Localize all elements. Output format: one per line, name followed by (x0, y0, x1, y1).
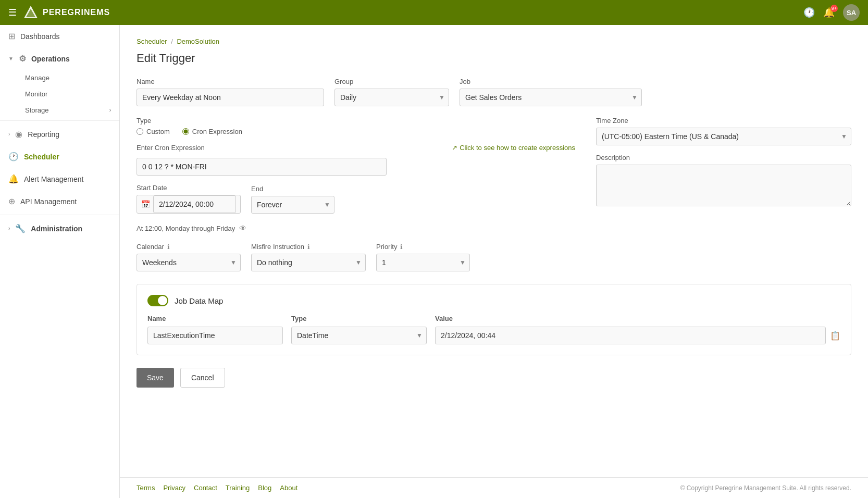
sidebar-item-api-management[interactable]: ⊕ API Management (0, 190, 119, 213)
calendar-info-icon[interactable]: ℹ (167, 243, 170, 251)
jdm-value-wrap: 📋 (435, 327, 840, 344)
jdm-value-input[interactable] (435, 327, 826, 344)
group-label: Group (334, 78, 449, 85)
footer-link-privacy[interactable]: Privacy (163, 484, 185, 492)
end-select-wrap: Forever On Date After Occurrences ▼ (251, 196, 334, 214)
table-row: DateTime String Integer Boolean ▼ 📋 (147, 327, 840, 344)
footer-link-training[interactable]: Training (226, 484, 250, 492)
main-content: Scheduler / DemoSolution Edit Trigger Na… (120, 25, 868, 498)
alert-icon: 🔔 (8, 174, 19, 184)
sidebar-item-dashboards[interactable]: ⊞ Dashboards (0, 25, 119, 47)
copy-icon[interactable]: 📋 (830, 331, 840, 341)
breadcrumb-separator: / (171, 38, 175, 45)
priority-label: Priority ℹ (376, 243, 470, 251)
hamburger-menu-icon[interactable]: ☰ (8, 7, 17, 18)
save-button[interactable]: Save (137, 368, 174, 388)
schedule-summary: At 12:00, Monday through Friday 👁 (137, 224, 575, 232)
job-data-map-toggle[interactable] (147, 295, 168, 306)
breadcrumb-demo-solution[interactable]: DemoSolution (177, 38, 219, 45)
sidebar-item-scheduler[interactable]: 🕐 Scheduler (0, 145, 119, 168)
reporting-icon: ◉ (15, 129, 22, 139)
timezone-select-wrap: (UTC-05:00) Eastern Time (US & Canada) ▼ (596, 128, 851, 145)
cron-input[interactable] (137, 158, 387, 176)
jdm-table: Name Type Value DateTime String Integer … (147, 315, 840, 344)
type-label: Type (137, 117, 575, 124)
sidebar-item-monitor[interactable]: Monitor (0, 86, 119, 102)
priority-info-icon[interactable]: ℹ (400, 243, 403, 251)
sidebar-item-manage[interactable]: Manage (0, 70, 119, 86)
type-custom-option[interactable]: Custom (137, 128, 170, 135)
sidebar-item-operations[interactable]: ▼ ⚙ Operations (0, 47, 119, 70)
jdm-name-input[interactable] (147, 327, 283, 344)
calendar-select[interactable]: Weekends Holidays None (137, 254, 241, 271)
sidebar-item-reporting[interactable]: › ◉ Reporting (0, 123, 119, 145)
priority-group: Priority ℹ 1 2 3 4 5 ▼ (376, 243, 470, 271)
sidebar-label-admin: Administration (31, 225, 82, 233)
sidebar-label-api: API Management (20, 197, 77, 206)
type-timezone-row: Type Custom Cron Expression (137, 117, 851, 243)
sidebar-item-alert-management[interactable]: 🔔 Alert Management (0, 168, 119, 190)
type-cron-radio[interactable] (182, 128, 189, 135)
cancel-button[interactable]: Cancel (180, 368, 225, 388)
misfire-info-icon[interactable]: ℹ (307, 243, 310, 251)
logo-icon (23, 5, 39, 20)
toggle-slider (147, 295, 168, 306)
reporting-expand-icon: › (8, 131, 10, 137)
sidebar-label-scheduler: Scheduler (24, 153, 59, 161)
app-name: PEREGRINEMS (43, 8, 110, 17)
job-data-map-section: Job Data Map Name Type Value DateTime St (137, 284, 851, 355)
description-textarea[interactable] (596, 165, 851, 206)
operations-icon: ⚙ (19, 54, 26, 64)
notification-icon[interactable]: 🔔 9+ (823, 7, 835, 18)
misfire-select-wrap: Do nothing Fire now Update existing ▼ (251, 254, 366, 271)
footer-link-contact[interactable]: Contact (194, 484, 217, 492)
jdm-type-select[interactable]: DateTime String Integer Boolean (291, 327, 427, 344)
calendar-group: Calendar ℹ Weekends Holidays None ▼ (137, 243, 241, 271)
footer-link-terms[interactable]: Terms (137, 484, 155, 492)
description-group: Description (596, 154, 851, 206)
start-date-label: Start Date (137, 184, 241, 192)
description-label: Description (596, 154, 851, 161)
history-icon[interactable]: 🕐 (803, 7, 815, 18)
sidebar-label-reporting: Reporting (28, 130, 59, 139)
schedule-summary-text: At 12:00, Monday through Friday (137, 225, 235, 232)
jdm-type-wrap: DateTime String Integer Boolean ▼ (291, 327, 427, 344)
priority-select[interactable]: 1 2 3 4 5 (376, 254, 470, 271)
sidebar-item-storage[interactable]: Storage › (0, 102, 119, 118)
type-cron-option[interactable]: Cron Expression (182, 128, 242, 135)
misfire-select[interactable]: Do nothing Fire now Update existing (251, 254, 366, 271)
nav-right: 🕐 🔔 9+ SA (803, 4, 860, 21)
group-group: Group Daily Weekly Monthly ▼ (334, 78, 449, 106)
group-select[interactable]: Daily Weekly Monthly (334, 89, 449, 106)
footer-link-blog[interactable]: Blog (258, 484, 271, 492)
sidebar-item-administration[interactable]: › 🔧 Administration (0, 217, 119, 240)
eye-icon[interactable]: 👁 (239, 224, 246, 232)
breadcrumb-scheduler[interactable]: Scheduler (137, 38, 167, 45)
cron-label: Enter Cron Expression (137, 144, 205, 152)
user-avatar[interactable]: SA (843, 4, 860, 21)
operations-collapse-icon: ▼ (8, 56, 14, 61)
sidebar: ⊞ Dashboards ▼ ⚙ Operations Manage Monit… (0, 25, 120, 498)
cron-help-link[interactable]: ↗ Click to see how to create expressions (452, 144, 575, 152)
sidebar-label-dashboards: Dashboards (20, 32, 60, 41)
jdm-header: Job Data Map (147, 295, 840, 306)
type-cron-label: Cron Expression (192, 128, 242, 135)
end-label: End (251, 185, 334, 193)
sidebar-label-alert: Alert Management (24, 175, 83, 183)
content-area: Scheduler / DemoSolution Edit Trigger Na… (120, 25, 868, 477)
storage-chevron-icon: › (109, 107, 111, 113)
type-custom-radio[interactable] (137, 128, 143, 135)
misfire-group: Misfire Instruction ℹ Do nothing Fire no… (251, 243, 366, 271)
start-date-input[interactable] (153, 195, 236, 213)
footer-link-about[interactable]: About (280, 484, 297, 492)
job-select[interactable]: Get Sales Orders (460, 89, 642, 106)
left-section: Type Custom Cron Expression (137, 117, 575, 243)
jdm-col-name-header: Name (147, 315, 283, 322)
priority-select-wrap: 1 2 3 4 5 ▼ (376, 254, 470, 271)
name-input[interactable] (137, 89, 324, 106)
action-buttons: Save Cancel (137, 368, 851, 388)
timezone-select[interactable]: (UTC-05:00) Eastern Time (US & Canada) (596, 128, 851, 145)
jdm-col-value-header: Value (435, 315, 840, 322)
timezone-group: Time Zone (UTC-05:00) Eastern Time (US &… (596, 117, 851, 145)
end-select[interactable]: Forever On Date After Occurrences (251, 196, 334, 214)
